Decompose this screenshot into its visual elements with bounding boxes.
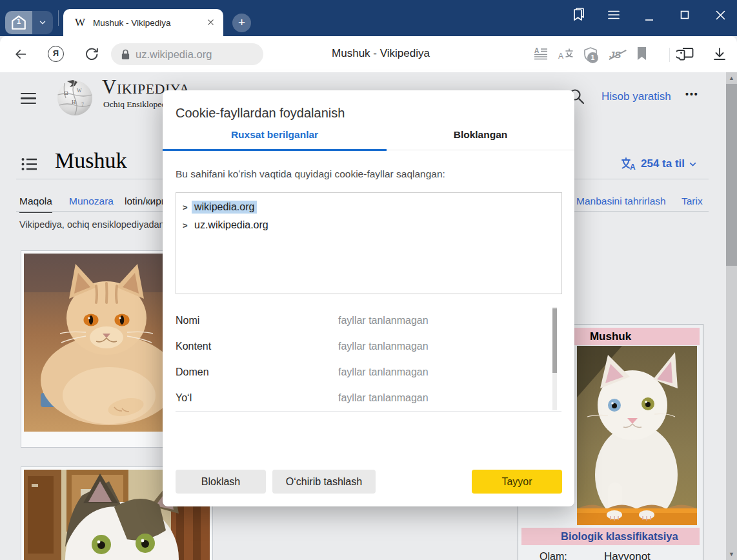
download-icon — [712, 46, 727, 62]
tab-tarix[interactable]: Tarix — [681, 195, 703, 207]
shield-badge: 1 — [587, 52, 598, 63]
infobox-kitten-photo[interactable] — [577, 346, 697, 525]
tab-title: Mushuk - Vikipediya — [93, 18, 203, 28]
field-value-domen: fayllar tanlanmagan — [338, 366, 429, 378]
maximize-button[interactable] — [676, 6, 693, 23]
more-options-button[interactable]: ••• — [685, 89, 699, 99]
tab-counter-control[interactable]: 1 — [5, 11, 53, 34]
collections-button[interactable] — [676, 46, 694, 65]
dialog-divider — [176, 411, 561, 412]
dialog-description: Bu sahifani koʻrish vaqtida quyidagi coo… — [176, 168, 445, 180]
taxonomy-row: Olam: — [540, 551, 567, 560]
menu-icon — [607, 9, 620, 21]
lock-icon — [121, 49, 130, 60]
svg-text:A: A — [630, 163, 636, 170]
create-account-link[interactable]: Hisob yaratish — [601, 90, 671, 103]
collections-icon — [676, 46, 694, 62]
close-icon — [207, 19, 214, 26]
infobox-section-title[interactable]: Biologik klassifikatsiya — [521, 528, 700, 545]
translate-button[interactable]: A — [558, 46, 574, 65]
contents-icon[interactable] — [21, 157, 37, 172]
tab-close-button[interactable] — [203, 15, 218, 30]
field-value-nomi: fayllar tanlanmagan — [338, 315, 429, 326]
article-subtitle: Vikipediya, ochiq ensiklopediyadan — [19, 219, 165, 230]
delete-button[interactable]: Oʻchirib tashlash — [272, 470, 376, 494]
wikipedia-favicon: W — [75, 16, 85, 29]
reader-mode-button[interactable]: A — [533, 46, 549, 65]
tabbar-separator — [58, 10, 59, 26]
maximize-icon — [680, 10, 690, 20]
tab-count-label: 1 — [5, 17, 32, 25]
expand-chevron-icon[interactable]: > — [183, 221, 192, 230]
svg-text:Ω: Ω — [64, 90, 68, 96]
field-label-kontent: Kontent — [176, 341, 211, 352]
tab-counter-button[interactable]: 1 — [5, 11, 32, 34]
scrollbar-thumb[interactable] — [726, 84, 737, 266]
toolbar-separator — [669, 48, 670, 62]
dialog-scrollbar[interactable] — [552, 307, 557, 410]
javascript-toggle-button[interactable]: JS — [609, 49, 621, 61]
chevron-down-icon — [689, 160, 697, 168]
wiki-menu-button[interactable] — [21, 93, 36, 107]
address-bar[interactable]: uz.wikipedia.org — [111, 43, 263, 65]
close-icon — [715, 10, 726, 21]
yandex-search-button[interactable]: Я — [48, 46, 64, 62]
scroll-up-arrow[interactable]: ▲ — [726, 72, 737, 84]
browser-tab-active[interactable]: W Mushuk - Vikipediya — [63, 9, 223, 36]
scroll-down-arrow[interactable]: ▼ — [726, 548, 737, 560]
tab-list-dropdown[interactable] — [32, 11, 53, 34]
back-button[interactable] — [14, 47, 28, 64]
tax-value-link[interactable]: Hayvonot — [604, 550, 651, 560]
svg-text:H: H — [72, 99, 76, 105]
field-label-yol: Yoʻl — [176, 392, 192, 404]
toolbar-page-title: Mushuk - Vikipediya — [284, 47, 478, 60]
bookmarks-panel-button[interactable] — [569, 6, 586, 23]
tab-blocked[interactable]: Bloklangan — [387, 129, 574, 150]
tab-allowed[interactable]: Ruxsat berilganlar — [163, 129, 387, 150]
tree-item-uz-wikipedia[interactable]: > uz.wikipedia.org — [176, 216, 561, 234]
svg-text:A: A — [558, 52, 563, 61]
tree-item-label: wikipedia.org — [192, 201, 257, 214]
bookmark-icon — [636, 46, 647, 61]
field-label-nomi: Nomi — [176, 315, 199, 326]
browser-window: 1 W Mushuk - Vikipediya + — [0, 0, 737, 560]
block-button[interactable]: Bloklash — [176, 470, 266, 494]
bookmark-page-button[interactable] — [636, 46, 647, 63]
language-count-label: 254 ta til — [641, 157, 685, 170]
language-selector[interactable]: A 254 ta til — [621, 157, 697, 170]
translate-icon: A — [558, 46, 574, 62]
browser-menu-button[interactable] — [605, 6, 622, 23]
done-button[interactable]: Tayyor — [472, 470, 562, 494]
language-icon: A — [621, 157, 637, 170]
url-text: uz.wikipedia.org — [136, 48, 212, 61]
field-value-kontent: fayllar tanlanmagan — [338, 341, 429, 352]
minimize-button[interactable] — [641, 9, 658, 26]
address-toolbar: Я uz.wikipedia.org Mushuk - Vikipediya A… — [0, 36, 737, 72]
bookmarks-icon — [570, 7, 585, 23]
page-scrollbar[interactable]: ▲ ▼ — [726, 72, 737, 560]
reload-button[interactable] — [84, 46, 99, 64]
tree-item-wikipedia[interactable]: > wikipedia.org — [176, 198, 561, 216]
minimize-icon — [644, 12, 654, 23]
protect-shield-button[interactable]: 1 — [583, 46, 598, 66]
back-arrow-icon — [14, 47, 28, 61]
reader-mode-icon: A — [533, 46, 549, 62]
tab-munozara[interactable]: Munozara — [69, 195, 114, 207]
cookie-site-tree: > wikipedia.org > uz.wikipedia.org — [176, 192, 562, 294]
cookie-dialog: Cookie-fayllardan foydalanish Ruxsat ber… — [163, 90, 574, 506]
reload-icon — [84, 46, 99, 61]
tab-bar: 1 W Mushuk - Vikipediya + — [0, 0, 737, 36]
dialog-title: Cookie-fayllardan foydalanish — [176, 106, 345, 121]
dialog-tabs: Ruxsat berilganlar Bloklangan — [163, 129, 574, 150]
dialog-scrollbar-thumb[interactable] — [552, 308, 557, 373]
tab-maqola[interactable]: Maqola — [19, 195, 52, 213]
chevron-down-icon — [38, 18, 47, 27]
tab-manbasini-tahrirlash[interactable]: Manbasini tahrirlash — [576, 195, 666, 207]
close-window-button[interactable] — [712, 6, 729, 23]
wikipedia-logo[interactable]: Ω W H 7 — [56, 78, 94, 117]
svg-text:W: W — [77, 88, 82, 94]
new-tab-button[interactable]: + — [232, 14, 251, 32]
expand-chevron-icon[interactable]: > — [183, 203, 192, 212]
downloads-button[interactable] — [712, 46, 727, 65]
field-label-domen: Domen — [176, 366, 209, 378]
